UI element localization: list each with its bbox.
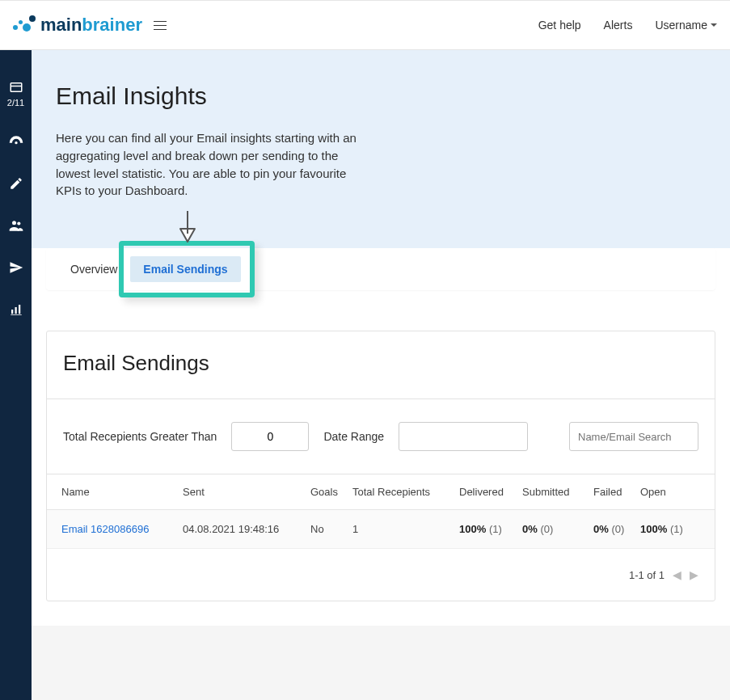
pager: 1-1 of 1 ◀ ▶ — [47, 549, 715, 601]
users-icon — [8, 217, 24, 234]
row-delivered: 100% (1) — [459, 523, 522, 535]
tab-email-sendings[interactable]: Email Sendings — [130, 256, 240, 282]
sidebar-counter-label: 2/11 — [7, 98, 24, 108]
th-goals[interactable]: Goals — [310, 486, 352, 498]
logo-dots-icon — [13, 14, 36, 36]
svg-point-4 — [17, 221, 20, 225]
main-content: Email Insights Here you can find all you… — [32, 50, 730, 700]
search-input[interactable] — [569, 422, 698, 451]
gauge-icon — [8, 133, 24, 150]
user-menu[interactable]: Username — [655, 19, 717, 32]
filters-row: Total Recepients Greater Than Date Range — [47, 399, 715, 474]
page-hero: Email Insights Here you can find all you… — [32, 50, 730, 248]
hamburger-icon[interactable] — [150, 15, 170, 35]
sidebar: 2/11 — [0, 50, 32, 700]
sidebar-item-counter[interactable]: 2/11 — [0, 79, 32, 108]
th-delivered[interactable]: Delivered — [459, 486, 522, 498]
sidebar-item-analytics[interactable] — [0, 302, 32, 318]
topbar: mainbrainer Get help Alerts Username — [0, 0, 730, 50]
th-submitted[interactable]: Submitted — [522, 486, 593, 498]
pager-prev-icon[interactable]: ◀ — [673, 568, 681, 581]
sidebar-item-dashboard[interactable] — [0, 133, 32, 150]
row-failed: 0% (0) — [593, 523, 640, 535]
sidebar-item-edit[interactable] — [0, 175, 32, 192]
th-name[interactable]: Name — [61, 486, 183, 498]
recipients-filter-label: Total Recepients Greater Than — [63, 430, 217, 443]
row-name-link[interactable]: Email 1628086696 — [61, 523, 183, 535]
row-sent: 04.08.2021 19:48:16 — [183, 523, 310, 535]
svg-rect-6 — [15, 307, 16, 314]
username-label: Username — [655, 19, 707, 32]
tab-overview[interactable]: Overview — [57, 256, 130, 282]
brand-text: mainbrainer — [40, 15, 142, 36]
pager-next-icon[interactable]: ▶ — [690, 568, 698, 581]
card-icon — [8, 79, 24, 95]
pencil-icon — [8, 175, 24, 192]
svg-point-2 — [15, 141, 17, 144]
get-help-link[interactable]: Get help — [538, 19, 581, 32]
sendings-table: Name Sent Goals Total Recepients Deliver… — [47, 474, 715, 549]
th-sent[interactable]: Sent — [183, 486, 310, 498]
svg-point-3 — [12, 221, 16, 225]
topbar-links: Get help Alerts Username — [538, 19, 717, 32]
row-goals: No — [310, 523, 352, 535]
recipients-filter-input[interactable] — [231, 422, 309, 451]
date-range-input[interactable] — [399, 422, 528, 451]
sidebar-item-users[interactable] — [0, 217, 32, 234]
alerts-link[interactable]: Alerts — [604, 19, 633, 32]
pager-text: 1-1 of 1 — [629, 569, 665, 581]
th-total[interactable]: Total Recepients — [352, 486, 459, 498]
brand-logo[interactable]: mainbrainer — [13, 14, 142, 36]
svg-rect-7 — [19, 305, 20, 314]
row-open: 100% (1) — [640, 523, 700, 535]
tabs: Overview Email Sendings — [46, 248, 715, 290]
email-sendings-panel: Email Sendings Total Recepients Greater … — [46, 331, 715, 601]
date-range-label: Date Range — [323, 430, 384, 443]
th-failed[interactable]: Failed — [593, 486, 640, 498]
svg-rect-8 — [11, 314, 22, 315]
svg-rect-5 — [11, 310, 13, 314]
send-icon — [8, 259, 24, 276]
panel-title: Email Sendings — [63, 351, 698, 376]
table-row[interactable]: Email 1628086696 04.08.2021 19:48:16 No … — [47, 510, 715, 549]
svg-rect-0 — [11, 83, 22, 92]
sidebar-item-send[interactable] — [0, 259, 32, 276]
row-total: 1 — [352, 523, 459, 535]
chevron-down-icon — [711, 23, 717, 27]
table-header: Name Sent Goals Total Recepients Deliver… — [47, 474, 715, 510]
row-submitted: 0% (0) — [522, 523, 593, 535]
page-title: Email Insights — [56, 82, 706, 110]
bar-chart-icon — [8, 302, 24, 318]
page-description: Here you can find all your Email insight… — [56, 129, 363, 200]
th-open[interactable]: Open — [640, 486, 700, 498]
